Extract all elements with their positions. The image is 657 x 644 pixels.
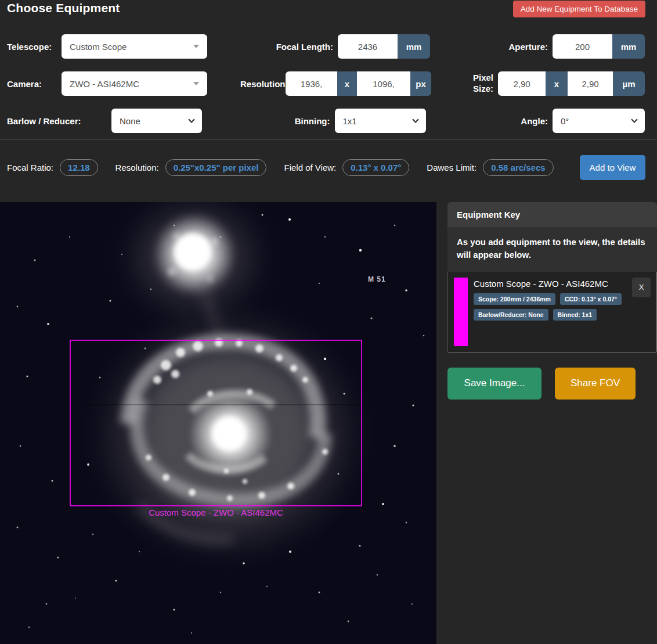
equipment-key-title: Equipment Key <box>447 202 657 227</box>
field-of-view-value: 0.13° x 0.07° <box>342 159 409 176</box>
camera-select[interactable]: ZWO - ASI462MC <box>62 71 207 96</box>
fov-calculator-app: Choose Equipment Add New Equipment To Da… <box>0 0 657 644</box>
field-of-view-label: Field of View: <box>284 163 336 172</box>
form-row-1: Telescope: Custom Scope Focal Length: mm… <box>0 28 657 65</box>
chevron-down-icon <box>631 116 637 123</box>
equipment-key-item: Custom Scope - ZWO - ASI462MC Scope: 200… <box>447 272 657 352</box>
share-fov-button[interactable]: Share FOV <box>555 368 636 400</box>
add-new-equipment-button[interactable]: Add New Equipment To Database <box>513 1 645 17</box>
focal-length-input[interactable] <box>338 34 398 59</box>
camera-label: Camera: <box>7 79 62 89</box>
telescope-label: Telescope: <box>7 42 62 52</box>
resolution-height-input[interactable] <box>357 71 410 96</box>
resolution-unit: px <box>410 71 431 96</box>
chevron-down-icon <box>412 116 418 123</box>
equipment-key-panel: Equipment Key As you add equipment to th… <box>447 202 657 352</box>
form-row-3: Barlow / Reducer: None Binning: 1x1 Angl… <box>0 102 657 139</box>
main-content: Custom Scope - ZWO - ASI462MC M 51 Equip… <box>0 202 657 644</box>
camera-select-value: ZWO - ASI462MC <box>70 79 139 89</box>
stats-row: Focal Ratio: 12.18 Resolution: 0.25"x0.2… <box>0 154 657 180</box>
barlow-reducer-select[interactable]: None <box>111 109 202 133</box>
divider <box>0 139 657 140</box>
resolution-separator: x <box>337 71 357 96</box>
barlow-reducer-label: Barlow / Reducer: <box>7 116 111 126</box>
action-buttons: Save Image... Share FOV <box>447 368 657 400</box>
resolution-stat-label: Resolution: <box>115 163 159 172</box>
form-row-2: Camera: ZWO - ASI462MC Resolution: x px … <box>0 65 657 102</box>
barlow-badge: Barlow/Reducer: None <box>474 309 548 321</box>
equipment-key-intro: As you add equipment to the view, the de… <box>447 227 657 272</box>
angle-select-value: 0° <box>561 116 569 126</box>
pixel-size-unit: µm <box>613 71 645 96</box>
dawes-limit-value: 0.58 arc/secs <box>483 159 553 176</box>
barlow-reducer-select-value: None <box>120 116 140 126</box>
resolution-width-input[interactable] <box>286 71 337 96</box>
binning-select-value: 1x1 <box>343 116 357 126</box>
angle-label: Angle: <box>513 116 548 126</box>
aperture-input[interactable] <box>553 34 612 59</box>
focal-ratio-value: 12.18 <box>60 159 98 176</box>
scope-badge: Scope: 200mm / 2436mm <box>474 293 555 305</box>
resolution-label: Resolution: <box>240 79 281 89</box>
telescope-select-value: Custom Scope <box>70 42 127 52</box>
caret-down-icon <box>193 45 199 48</box>
binned-badge: Binned: 1x1 <box>553 309 597 321</box>
remove-equipment-button[interactable]: X <box>632 278 651 297</box>
ccd-badge: CCD: 0.13° x 0.07° <box>560 293 622 305</box>
focal-length-unit: mm <box>398 34 430 59</box>
galaxy-image: Custom Scope - ZWO - ASI462MC M 51 <box>0 202 436 644</box>
pixel-size-height-input[interactable] <box>568 71 613 96</box>
caret-down-icon <box>193 82 199 85</box>
resolution-stat-value: 0.25"x0.25" per pixel <box>165 159 267 176</box>
aperture-label: Aperture: <box>498 42 548 52</box>
equipment-color-swatch <box>454 278 468 346</box>
binning-label: Binning: <box>290 116 330 126</box>
save-image-button[interactable]: Save Image... <box>447 368 542 400</box>
focal-length-label: Focal Length: <box>275 42 333 52</box>
binning-select[interactable]: 1x1 <box>335 109 426 133</box>
angle-select[interactable]: 0° <box>553 109 645 133</box>
object-label-m51: M 51 <box>368 275 386 283</box>
header: Choose Equipment Add New Equipment To Da… <box>0 0 657 28</box>
page-title: Choose Equipment <box>7 1 120 15</box>
sky-viewer[interactable]: Custom Scope - ZWO - ASI462MC M 51 <box>0 202 436 644</box>
aperture-unit: mm <box>612 34 645 59</box>
side-column: Equipment Key As you add equipment to th… <box>447 202 657 644</box>
dawes-limit-label: Dawes Limit: <box>427 163 476 172</box>
pixel-size-label: Pixel Size: <box>464 73 493 95</box>
add-to-view-button[interactable]: Add to View <box>580 155 645 180</box>
focal-ratio-label: Focal Ratio: <box>7 163 53 172</box>
equipment-item-title: Custom Scope - ZWO - ASI462MC <box>474 279 632 289</box>
pixel-size-width-input[interactable] <box>498 71 546 96</box>
telescope-select[interactable]: Custom Scope <box>62 34 207 59</box>
fov-rectangle-label: Custom Scope - ZWO - ASI462MC <box>149 508 283 517</box>
pixel-size-separator: x <box>546 71 568 96</box>
chevron-down-icon <box>188 116 194 123</box>
